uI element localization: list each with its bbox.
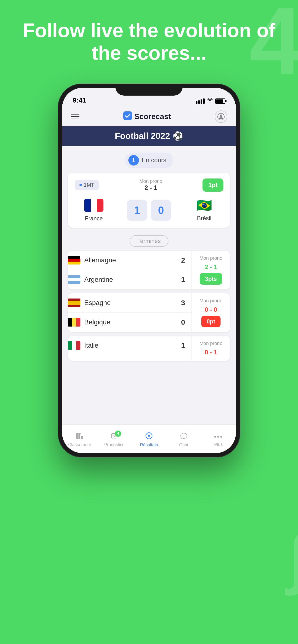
- italie-right: Mon prono 0 - 1: [192, 336, 230, 361]
- brazil-flag: 🇧🇷: [197, 199, 212, 212]
- bottom-navigation: Classement 4 Pronostics: [62, 424, 236, 453]
- allemagne-name: Allemagne: [84, 256, 180, 264]
- prono-label: Mon prono: [139, 178, 163, 184]
- match1-right: Mon prono 2 - 1 3pts: [192, 250, 230, 290]
- match-header: 1MT Mon prono 2 - 1 1pt: [75, 178, 223, 192]
- germany-flag: [68, 256, 80, 264]
- main-content: 1 En cours 1MT Mon prono 2 - 1: [62, 146, 236, 424]
- match1-prono-score: 2 - 1: [205, 263, 217, 271]
- hero-title: Follow live the evolution of the scores.…: [0, 19, 298, 64]
- phone-screen: 9:41: [62, 88, 236, 453]
- allemagne-score: 2: [180, 256, 187, 264]
- status-time: 9:41: [73, 96, 86, 104]
- competition-title: Football 2022 ⚽: [115, 131, 183, 141]
- argentine-score: 1: [180, 276, 187, 284]
- prono-score: 2 - 1: [139, 184, 163, 192]
- score-boxes: 1 0: [127, 200, 171, 221]
- match2-prono-score: 0 - 0: [205, 306, 217, 314]
- france-flag: [84, 199, 103, 212]
- argentina-flag-wrap: [68, 275, 80, 284]
- match-italie: Italie 1 Mon prono 0 - 1: [68, 336, 230, 361]
- france-name: France: [85, 215, 103, 222]
- italie-left: Italie 1: [68, 336, 192, 361]
- espagne-score: 3: [180, 299, 187, 307]
- svg-rect-0: [123, 112, 132, 120]
- en-cours-label: En cours: [142, 156, 167, 164]
- match-allemagne-argentine: Allemagne 2 Argentine 1 Mon prono: [68, 250, 230, 290]
- argentine-name: Argentine: [84, 276, 180, 284]
- svg-rect-5: [81, 436, 83, 439]
- bg-deco-2: ∫: [289, 519, 298, 596]
- italy-flag: [68, 341, 80, 350]
- italie-name: Italie: [84, 342, 180, 349]
- pronostics-badge-wrap: 4: [110, 432, 118, 441]
- phone-notch: [115, 84, 183, 96]
- svg-point-2: [220, 114, 222, 117]
- team-brazil: 🇧🇷 Brésil: [187, 199, 221, 222]
- chat-icon: [180, 432, 188, 441]
- match1-pts: 3pts: [200, 273, 222, 284]
- menu-button[interactable]: [71, 114, 79, 119]
- phone-outer: 9:41: [58, 84, 240, 457]
- logo-check-icon: [123, 112, 132, 122]
- italie-prono-score: 0 - 1: [205, 348, 217, 356]
- nav-classement[interactable]: Classement: [62, 430, 97, 447]
- status-icons: [196, 98, 225, 104]
- en-cours-badge: 1 En cours: [125, 152, 173, 168]
- match-teams-left: Allemagne 2 Argentine 1: [68, 250, 192, 290]
- belgique-score: 0: [180, 318, 187, 326]
- argentina-flag: [68, 275, 80, 284]
- en-cours-count: 1: [128, 155, 139, 166]
- app-name: Scorecast: [134, 112, 171, 121]
- prono-area: Mon prono 2 - 1: [139, 178, 163, 192]
- match-espagne-belgique: Espagne 3 Belgique 0 Mon prono: [68, 293, 230, 332]
- match1-prono-label: Mon prono: [199, 256, 222, 261]
- italy-flag-wrap: [68, 341, 80, 350]
- pts-badge: 1pt: [203, 178, 223, 192]
- live-time: 1MT: [84, 182, 94, 188]
- resultats-label: Résultats: [140, 442, 158, 448]
- app-logo: Scorecast: [123, 112, 171, 122]
- teams-row: France 1 0 🇧🇷 Brésil: [75, 196, 223, 222]
- competition-banner: Football 2022 ⚽: [62, 126, 236, 146]
- match2-teams-left: Espagne 3 Belgique 0: [68, 293, 192, 332]
- nav-chat[interactable]: Chat: [166, 430, 201, 448]
- match2-prono-label: Mon prono: [199, 298, 222, 304]
- belgique-name: Belgique: [84, 318, 180, 326]
- score-team1: 1: [127, 200, 147, 221]
- pronostics-label: Pronostics: [104, 442, 124, 447]
- germany-flag-wrap: [68, 256, 80, 264]
- live-match-card: 1MT Mon prono 2 - 1 1pt: [68, 173, 230, 228]
- battery-icon: [215, 98, 225, 104]
- signal-icon: [196, 98, 205, 104]
- score-team2: 0: [151, 200, 171, 221]
- nav-plus[interactable]: ••• Plus: [201, 430, 236, 447]
- team-france: France: [77, 199, 111, 222]
- resultats-icon: [145, 432, 153, 441]
- live-dot: [79, 184, 82, 186]
- nav-pronostics[interactable]: 4 Pronostics: [97, 430, 132, 447]
- espagne-row: Espagne 3: [68, 293, 192, 313]
- belgium-flag-wrap: [68, 318, 80, 326]
- live-time-badge: 1MT: [75, 180, 99, 190]
- chat-label: Chat: [179, 442, 188, 448]
- termines-section: Terminés: [62, 232, 236, 250]
- spain-flag: [68, 298, 80, 307]
- wifi-icon: [207, 98, 213, 104]
- argentine-row: Argentine 1: [68, 270, 192, 289]
- nav-resultats[interactable]: Résultats: [132, 430, 167, 448]
- match2-pts: 0pt: [201, 316, 221, 327]
- user-profile-button[interactable]: [215, 110, 227, 123]
- match2-right: Mon prono 0 - 0 0pt: [192, 293, 230, 332]
- allemagne-row: Allemagne 2: [68, 250, 192, 270]
- svg-point-6: [76, 433, 78, 435]
- italie-prono-label: Mon prono: [199, 341, 222, 346]
- app-header: Scorecast: [62, 107, 236, 126]
- belgium-flag: [68, 318, 80, 326]
- svg-point-10: [148, 435, 150, 437]
- italie-score: 1: [180, 342, 187, 350]
- plus-icon: •••: [214, 433, 223, 440]
- belgique-row: Belgique 0: [68, 313, 192, 332]
- spain-flag-wrap: [68, 298, 80, 307]
- classement-icon: [76, 432, 83, 441]
